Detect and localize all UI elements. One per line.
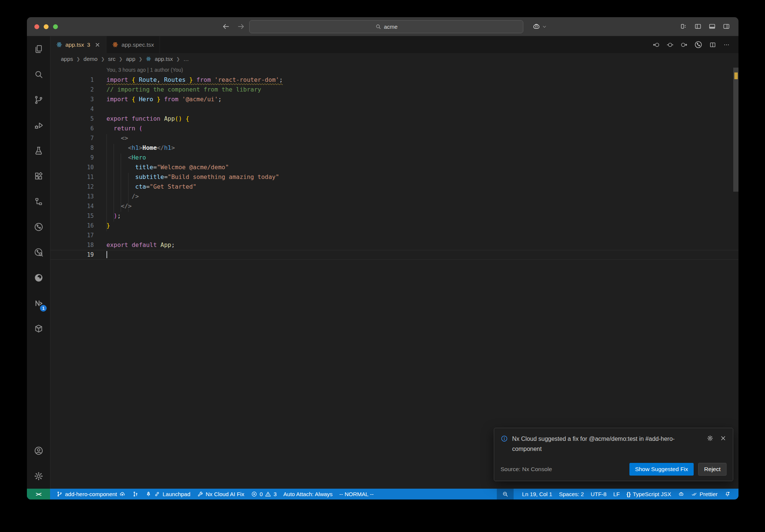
status-item-problems[interactable]: 03 (248, 489, 280, 499)
current-change-icon[interactable] (666, 41, 674, 49)
toggle-primary-sidebar-icon[interactable] (694, 22, 702, 30)
branch-icon (56, 491, 63, 497)
tab-label: app.tsx (65, 41, 84, 48)
double-check-icon (691, 491, 697, 497)
activity-bar: 1 (27, 36, 50, 489)
command-center-search[interactable]: acme (249, 20, 523, 33)
line-number: 19 (50, 250, 94, 260)
line-number: 13 (50, 192, 94, 201)
notification-close-icon[interactable] (720, 435, 727, 442)
activity-bar-item-type-hierarchy[interactable] (27, 189, 50, 214)
activity-bar-item-settings[interactable] (27, 463, 50, 489)
code-line-15: 15 ); (50, 211, 738, 221)
source-control-icon (34, 95, 44, 105)
window-minimize-button[interactable] (44, 24, 49, 29)
line-number: 17 (50, 231, 94, 240)
navigate-back-icon[interactable] (222, 22, 230, 31)
navigate-forward-icon[interactable] (237, 22, 245, 31)
activity-bar-item-run-and-debug[interactable] (27, 112, 50, 138)
activity-bar-item-accounts[interactable] (27, 438, 50, 463)
status-item-nx-cloud-ai-fix[interactable]: Nx Cloud AI Fix (194, 489, 248, 499)
project-graph-icon (34, 222, 44, 232)
react-icon (56, 41, 62, 48)
breadcrumb-segment[interactable]: demo (84, 56, 98, 62)
remote-indicator[interactable]: >< (27, 489, 50, 499)
line-number: 11 (50, 172, 94, 182)
layout-controls (680, 22, 730, 30)
status-item-git-graph[interactable] (129, 489, 142, 499)
show-suggested-fix-button[interactable]: Show Suggested Fix (629, 463, 694, 476)
activity-bar-item-source-control[interactable] (27, 87, 50, 112)
split-editor-icon[interactable] (709, 41, 716, 49)
history-navigation (222, 22, 245, 31)
desktop: { "titlebar": { "search_value": "acme", … (0, 0, 765, 532)
activity-bar-item-search[interactable] (27, 62, 50, 87)
status-item-encoding[interactable]: UTF-8 (587, 489, 610, 499)
tab-app.spec.tsx[interactable]: app.spec.tsx (106, 36, 160, 53)
editor-group: app.tsx 3 app.spec.tsx apps❯demo❯src❯app… (50, 36, 738, 489)
status-text: Auto Attach: Always (284, 491, 333, 497)
scrollbar[interactable] (733, 68, 738, 192)
status-item-auto-attach[interactable]: Auto Attach: Always (280, 489, 336, 499)
tab-app.tsx[interactable]: app.tsx 3 (50, 36, 106, 53)
notification-settings-icon[interactable] (707, 435, 713, 442)
status-item-screencast-zoom[interactable] (497, 489, 514, 499)
status-item-notifications-bell[interactable] (721, 489, 734, 499)
status-item-prettier[interactable]: Prettier (688, 489, 721, 499)
window-zoom-button[interactable] (53, 24, 58, 29)
window-close-button[interactable] (34, 24, 39, 29)
breadcrumb-segment[interactable]: apps (61, 56, 73, 62)
activity-bar-item-explorer[interactable] (27, 36, 50, 62)
run-project-graph-icon[interactable] (694, 40, 703, 49)
code-line-16: 16} (50, 221, 738, 231)
code-line-18: 18export default App; (50, 240, 738, 250)
status-item-git-branch[interactable]: add-hero-component (53, 489, 129, 499)
status-text: 3 (273, 491, 276, 497)
status-text: add-hero-component (65, 491, 117, 497)
copilot-menu[interactable] (532, 22, 547, 31)
close-icon[interactable] (95, 42, 100, 48)
activity-bar-item-nx-console[interactable]: 1 (27, 290, 50, 316)
editor-actions (653, 36, 738, 53)
more-actions-icon[interactable] (723, 41, 730, 49)
error-icon (251, 491, 257, 497)
status-bar: >< add-hero-componentLaunchpadNx Cloud A… (27, 489, 738, 499)
code-line-3: 3import { Hero } from '@acme/ui'; (50, 95, 738, 104)
toggle-secondary-sidebar-icon[interactable] (722, 22, 730, 30)
activity-bar-item-edge-browser[interactable] (27, 265, 50, 290)
status-item-copilot-status[interactable] (675, 489, 688, 499)
status-item-language-mode[interactable]: {}TypeScript JSX (623, 489, 674, 499)
zoom-out-icon (502, 491, 508, 497)
status-item-launchpad[interactable]: Launchpad (142, 489, 193, 499)
next-change-icon[interactable] (680, 41, 688, 49)
line-number: 5 (50, 114, 94, 124)
react-icon (146, 56, 151, 62)
breadcrumb-file[interactable]: app.tsx (155, 56, 173, 62)
previous-change-icon[interactable] (653, 41, 660, 49)
copilot-icon (678, 491, 684, 497)
breadcrumb-segment[interactable]: app (126, 56, 135, 62)
activity-bar-item-extensions[interactable] (27, 163, 50, 189)
line-number: 6 (50, 124, 94, 133)
toggle-panel-icon[interactable] (708, 22, 716, 30)
breadcrumb[interactable]: apps❯demo❯src❯app❯app.tsx❯… (50, 53, 738, 65)
status-item-vim-mode[interactable]: -- NORMAL -- (336, 489, 377, 499)
breadcrumb-segment[interactable]: src (108, 56, 115, 62)
code-line-11: 11 subtitle="Build something amazing tod… (50, 172, 738, 182)
status-item-eol-sequence[interactable]: LF (610, 489, 623, 499)
activity-bar-item-containers[interactable] (27, 316, 50, 341)
status-item-cursor-position[interactable]: Ln 19, Col 1 (519, 489, 556, 499)
search-icon (375, 24, 381, 30)
breadcrumb-symbol-ellipsis[interactable]: … (183, 56, 189, 62)
status-text: Spaces: 2 (559, 491, 584, 497)
line-number: 18 (50, 240, 94, 250)
customize-layout-icon[interactable] (680, 22, 688, 30)
code-editor[interactable]: You, 3 hours ago | 1 author (You) 1impor… (50, 65, 738, 489)
reject-button[interactable]: Reject (698, 463, 727, 476)
activity-bar-item-testing[interactable] (27, 138, 50, 163)
breadcrumb-separator: ❯ (77, 56, 80, 62)
activity-bar-item-git-graph-view[interactable] (27, 239, 50, 265)
cloud-upload-icon (119, 491, 126, 497)
status-item-indentation[interactable]: Spaces: 2 (555, 489, 587, 499)
activity-bar-item-project-graph[interactable] (27, 214, 50, 239)
